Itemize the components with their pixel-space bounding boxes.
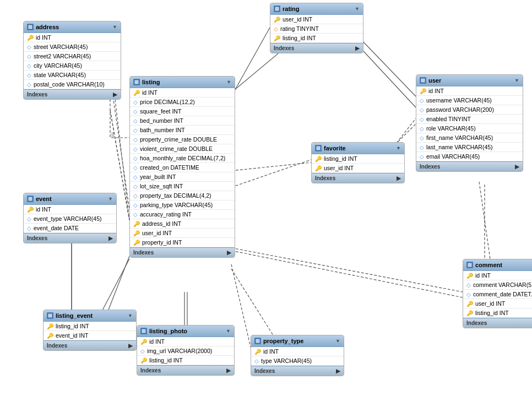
table-footer[interactable]: Indexes ▶ (463, 318, 532, 328)
table-listing-event-header[interactable]: listing_event ▼ (44, 310, 136, 322)
table-icon (47, 312, 53, 319)
table-row: 🔑address_id INT (130, 219, 235, 229)
table-row: 🔑listing_id INT (463, 308, 532, 318)
diamond-icon: ◇ (466, 282, 471, 288)
red-key-icon: 🔑 (133, 240, 140, 246)
table-row: 🔑property_id INT (130, 238, 235, 247)
table-footer[interactable]: Indexes ▶ (137, 365, 234, 375)
table-row: ◇password VARCHAR(200) (416, 105, 523, 115)
table-title: listing_photo (149, 328, 187, 334)
table-icon (27, 24, 34, 30)
red-key-icon: 🔑 (133, 230, 140, 236)
table-favorite-header[interactable]: favorite ▼ (312, 143, 404, 154)
table-row: 🔑event_id INT (44, 331, 136, 340)
diamond-icon: ◇ (133, 155, 138, 161)
key-icon: 🔑 (420, 88, 426, 94)
table-icon (140, 328, 147, 334)
table-row: ◇lot_size_sqft INT (130, 182, 235, 191)
table-row: ◇img_url VARCHAR(2000) (137, 346, 234, 356)
red-key-icon: 🔑 (140, 357, 147, 364)
table-footer[interactable]: Indexes ▶ (24, 233, 116, 243)
table-user[interactable]: user ▼ 🔑id INT ◇username VARCHAR(45) ◇pa… (416, 74, 523, 172)
diamond-icon: ◇ (133, 118, 138, 124)
table-title: user (428, 77, 441, 84)
table-listing[interactable]: listing ▼ 🔑id INT ◇price DECIMAL(12,2) ◇… (129, 76, 235, 258)
table-comment-header[interactable]: comment ▼ (463, 259, 532, 271)
red-key-icon: 🔑 (466, 301, 473, 307)
diamond-icon: ◇ (133, 174, 138, 180)
table-icon (254, 338, 261, 344)
table-row: ◇street VARCHAR(45) (24, 42, 121, 52)
header-dropdown[interactable]: ▼ (226, 79, 231, 85)
table-rating-header[interactable]: rating ▼ (270, 3, 363, 15)
table-address[interactable]: address ▼ 🔑id INT ◇street VARCHAR(45) ◇s… (23, 21, 121, 100)
diamond-icon: ◇ (133, 146, 138, 152)
table-address-header[interactable]: address ▼ (24, 21, 121, 33)
table-comment[interactable]: comment ▼ 🔑id INT ◇comment VARCHAR(5... … (463, 259, 532, 328)
diamond-icon: ◇ (133, 137, 138, 143)
table-row: ◇accuracy_rating INT (130, 210, 235, 219)
table-title: listing (142, 79, 160, 85)
diamond-icon: ◇ (420, 126, 424, 132)
table-listing-photo-header[interactable]: listing_photo ▼ (137, 326, 234, 337)
table-footer[interactable]: Indexes ▶ (270, 43, 363, 53)
diamond-icon: ◇ (27, 216, 31, 222)
table-row: ◇bath_number INT (130, 126, 235, 135)
table-row: 🔑user_id INT (312, 164, 404, 173)
diamond-icon: ◇ (420, 144, 424, 150)
table-listing-header[interactable]: listing ▼ (130, 77, 235, 88)
key-icon: 🔑 (140, 339, 147, 345)
table-event[interactable]: event ▼ 🔑id INT ◇event_type VARCHAR(45) … (23, 193, 117, 243)
table-row: 🔑user_id INT (270, 15, 363, 24)
table-rating[interactable]: rating ▼ 🔑user_id INT ◇rating TINYINT 🔑l… (270, 3, 363, 53)
diamond-icon: ◇ (254, 358, 259, 364)
key-icon: 🔑 (27, 207, 34, 213)
red-key-icon: 🔑 (315, 156, 322, 162)
table-row: ◇first_name VARCHAR(45) (416, 133, 523, 143)
table-row: ◇enabled TINYINT (416, 115, 523, 124)
table-row: ◇year_built INT (130, 172, 235, 182)
table-user-header[interactable]: user ▼ (416, 75, 523, 86)
diamond-icon: ◇ (133, 127, 138, 133)
red-key-icon: 🔑 (133, 221, 140, 227)
table-footer[interactable]: Indexes ▶ (44, 340, 136, 350)
table-event-header[interactable]: event ▼ (24, 193, 116, 205)
table-row: ◇event_type VARCHAR(45) (24, 214, 116, 224)
header-dropdown[interactable]: ▼ (128, 313, 133, 318)
table-row: ◇property_tax DECIMAL(4,2) (130, 191, 235, 201)
table-listing-photo[interactable]: listing_photo ▼ 🔑id INT ◇img_url VARCHAR… (137, 325, 235, 376)
red-key-icon: 🔑 (466, 310, 473, 316)
key-icon: 🔑 (133, 90, 140, 96)
header-dropdown[interactable]: ▼ (226, 328, 231, 334)
table-title: event (36, 196, 52, 202)
table-footer[interactable]: Indexes ▶ (251, 366, 344, 376)
header-dropdown[interactable]: ▼ (514, 78, 519, 83)
table-row: 🔑id INT (416, 86, 523, 96)
table-footer[interactable]: Indexes ▶ (416, 161, 523, 171)
red-key-icon: 🔑 (274, 35, 280, 41)
header-dropdown[interactable]: ▼ (335, 338, 340, 344)
table-footer[interactable]: Indexes ▶ (312, 173, 404, 183)
diamond-icon: ◇ (27, 225, 31, 231)
table-property-type[interactable]: property_type ▼ 🔑id INT ◇type VARCHAR(45… (251, 335, 344, 376)
table-row: ◇street2 VARCHAR(45) (24, 52, 121, 61)
table-row: ◇rating TINYINT (270, 24, 363, 34)
diamond-icon: ◇ (466, 291, 471, 297)
table-icon (27, 196, 34, 202)
table-icon (274, 6, 280, 12)
table-row: ◇event_date DATE (24, 224, 116, 233)
table-row: 🔑id INT (251, 347, 344, 356)
table-favorite[interactable]: favorite ▼ 🔑listing_id INT 🔑user_id INT … (311, 142, 405, 183)
table-row: ◇postal_code VARCHAR(10) (24, 80, 121, 89)
header-dropdown[interactable]: ▼ (355, 6, 360, 12)
table-property-type-header[interactable]: property_type ▼ (251, 335, 344, 347)
table-listing-event[interactable]: listing_event ▼ 🔑listing_id INT 🔑event_i… (43, 310, 137, 351)
table-row: 🔑id INT (24, 33, 121, 42)
diamond-icon: ◇ (133, 212, 138, 218)
header-dropdown[interactable]: ▼ (112, 24, 117, 30)
table-footer[interactable]: Indexes ▶ (130, 247, 235, 257)
header-dropdown[interactable]: ▼ (396, 145, 401, 151)
table-row: 🔑listing_id INT (270, 34, 363, 43)
header-dropdown[interactable]: ▼ (108, 196, 113, 202)
table-footer[interactable]: Indexes ▶ (24, 89, 121, 99)
